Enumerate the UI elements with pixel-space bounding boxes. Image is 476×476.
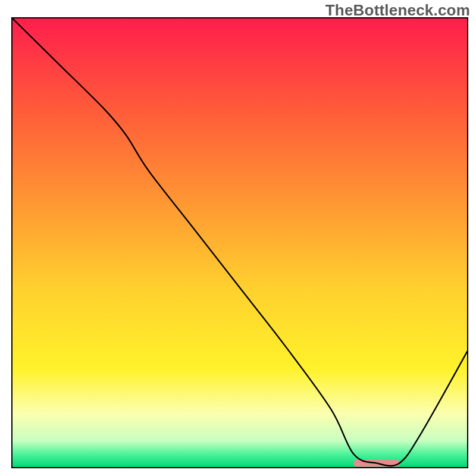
watermark-label: TheBottleneck.com: [325, 1, 470, 20]
chart-stage: TheBottleneck.com: [0, 0, 476, 476]
bottleneck-chart: [0, 0, 476, 476]
